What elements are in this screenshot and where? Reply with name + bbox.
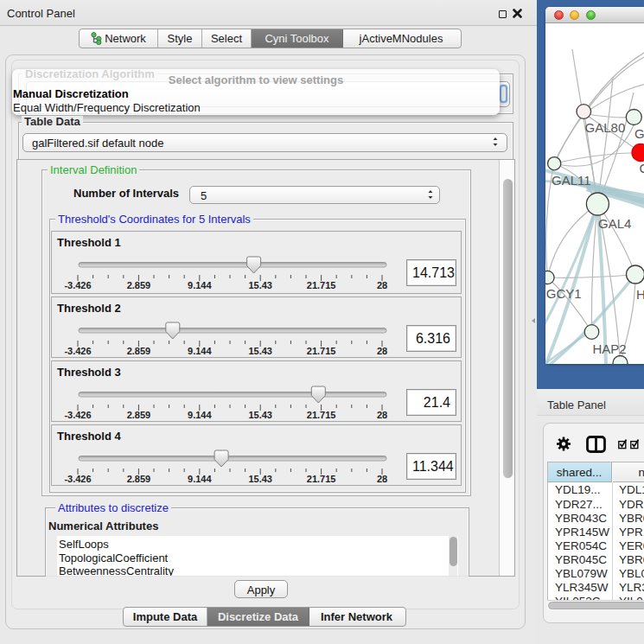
svg-text:GAL80: GAL80 <box>585 120 626 135</box>
svg-text:GA: GA <box>634 126 644 141</box>
svg-text:HAP2: HAP2 <box>593 341 627 356</box>
svg-text:GCY1: GCY1 <box>546 286 582 301</box>
svg-text:H: H <box>636 287 644 302</box>
svg-text:GAL4: GAL4 <box>598 216 631 231</box>
svg-text:GAL11: GAL11 <box>552 173 591 188</box>
svg-text:C: C <box>640 161 644 175</box>
